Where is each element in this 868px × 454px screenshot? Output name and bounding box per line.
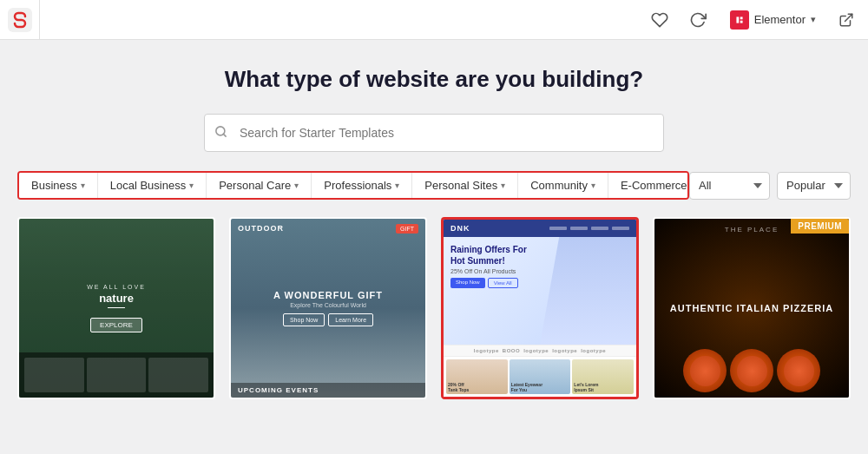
card-outdoor-title: A WONDERFUL GIFT [273, 290, 383, 300]
search-container [204, 114, 664, 152]
tab-local-business-label: Local Business [110, 179, 186, 192]
card-nature-text: WE ALL LOVE nature [87, 284, 146, 311]
s-logo [8, 8, 32, 32]
card-dnk-logo: DNK [450, 224, 470, 233]
card-pizzeria-logo: THE PLACE [725, 226, 779, 234]
all-filter-select[interactable]: All Free Premium [689, 172, 770, 200]
tab-personal-sites-chevron-icon: ▾ [501, 181, 505, 190]
card-nature-cta: EXPLORE [90, 318, 142, 332]
card-pizzeria-content: AUTHENTIC ITALIAN PIZZERIA [670, 303, 833, 313]
tab-local-business[interactable]: Local Business ▾ [98, 173, 207, 198]
tab-personal-care[interactable]: Personal Care ▾ [207, 173, 312, 198]
search-input[interactable] [204, 114, 664, 152]
filter-bar: Business ▾ Local Business ▾ Personal Car… [17, 171, 851, 200]
templates-grid: WE ALL LOVE nature EXPLORE OUTDOOR [17, 217, 851, 399]
pizza-circle-2 [730, 349, 773, 392]
tab-personal-care-label: Personal Care [219, 179, 291, 192]
svg-line-6 [223, 134, 226, 136]
card-nature-bg: WE ALL LOVE nature EXPLORE [19, 219, 214, 398]
main-content: What type of website are you building? B… [0, 40, 868, 417]
card-dnk-hero: Raining Offers ForHot Summer! 25% Off On… [444, 237, 636, 345]
pizza-circle-3 [777, 349, 820, 392]
tab-professionals[interactable]: Professionals ▾ [312, 173, 412, 198]
card-nature-services [19, 352, 214, 398]
tab-personal-sites-label: Personal Sites [424, 179, 497, 192]
svg-rect-3 [740, 20, 742, 23]
filter-tabs: Business ▾ Local Business ▾ Personal Car… [17, 171, 689, 200]
card-outdoor-sub: Explore The Colourful World [290, 302, 366, 308]
elementor-button[interactable]: Elementor ▾ [723, 7, 823, 33]
filter-right: All Free Premium Popular Newest Oldest [689, 172, 851, 200]
card-pizzeria-title: AUTHENTIC ITALIAN PIZZERIA [670, 303, 833, 313]
elementor-label: Elementor [754, 13, 806, 26]
card-outdoor-label: GIFT [396, 224, 418, 234]
card-dnk-nav [549, 227, 629, 230]
svg-line-4 [845, 14, 852, 21]
card-dnk-bg: DNK Raining Offers ForHot Summer! 25% Of… [444, 220, 636, 397]
card-dnk-products: 20% OffTank Tops Latest EyewearFor You L… [444, 357, 636, 397]
elementor-badge [730, 10, 749, 30]
tab-community-chevron-icon: ▾ [591, 181, 595, 190]
tab-professionals-chevron-icon: ▾ [395, 181, 399, 190]
tab-business-label: Business [31, 179, 77, 192]
card-dnk-visual: DNK Raining Offers ForHot Summer! 25% Of… [444, 220, 636, 397]
card-nature-visual: WE ALL LOVE nature EXPLORE [19, 219, 214, 398]
elementor-chevron-icon: ▾ [811, 14, 816, 25]
card-dnk-header: DNK [444, 220, 636, 237]
external-link-button[interactable] [835, 9, 858, 31]
sort-filter-select[interactable]: Popular Newest Oldest [777, 172, 851, 200]
tab-e-commerce-label: E-Commerce [621, 179, 687, 192]
svg-rect-2 [740, 16, 742, 19]
topbar-right: Elementor ▾ [647, 7, 858, 33]
card-outdoor-btns: Shop Now Learn More [283, 313, 373, 326]
card-outdoor-events: UPCOMING EVENTS [231, 383, 425, 398]
template-card-nature[interactable]: WE ALL LOVE nature EXPLORE [17, 217, 215, 399]
pizza-circle-1 [683, 349, 727, 392]
card-dnk-hero-text: Raining Offers ForHot Summer! 25% Off On… [444, 237, 534, 345]
page-title: What type of website are you building? [225, 66, 643, 93]
card-dnk-model [540, 237, 636, 345]
template-card-outdoor-gift[interactable]: OUTDOOR GIFT A WONDERFUL GIFT Explore Th… [229, 217, 427, 399]
tab-local-business-chevron-icon: ▾ [189, 181, 194, 190]
tab-business-chevron-icon: ▾ [81, 181, 85, 190]
card-outdoor-bg: OUTDOOR GIFT A WONDERFUL GIFT Explore Th… [231, 219, 425, 398]
template-card-pizzeria[interactable]: THE PLACE AUTHENTIC ITALIAN PIZZERIA PRE… [653, 217, 851, 399]
tab-personal-sites[interactable]: Personal Sites ▾ [412, 173, 518, 198]
template-card-dnk[interactable]: DNK Raining Offers ForHot Summer! 25% Of… [441, 217, 639, 399]
refresh-button[interactable] [685, 7, 711, 33]
card-dnk-brands: logotype BOOO logotype logotype logotype [444, 345, 636, 357]
card-outdoor-logo: OUTDOOR [238, 224, 284, 233]
card-pizzeria-visual: THE PLACE AUTHENTIC ITALIAN PIZZERIA [654, 219, 849, 398]
search-icon [214, 125, 227, 141]
tab-personal-care-chevron-icon: ▾ [294, 181, 299, 190]
tab-business[interactable]: Business ▾ [19, 173, 98, 198]
tab-professionals-label: Professionals [324, 179, 391, 192]
card-pizzeria-items [654, 344, 849, 398]
card-dnk-product-3: Let's LoremIpsum Sit [572, 359, 634, 394]
svg-rect-1 [736, 16, 739, 23]
card-outdoor-visual: OUTDOOR GIFT A WONDERFUL GIFT Explore Th… [231, 219, 425, 398]
heart-button[interactable] [647, 7, 673, 33]
card-dnk-discount: 25% Off On All Products [450, 268, 527, 274]
card-dnk-offer: Raining Offers ForHot Summer! [450, 244, 527, 266]
card-dnk-product-1: 20% OffTank Tops [446, 359, 508, 394]
topbar: Elementor ▾ [0, 0, 868, 40]
tab-community[interactable]: Community ▾ [518, 173, 608, 198]
tab-e-commerce[interactable]: E-Commerce ▾ [608, 173, 689, 198]
tab-community-label: Community [530, 179, 588, 192]
card-dnk-product-2: Latest EyewearFor You [510, 359, 571, 394]
logo-area [0, 0, 40, 40]
card-pizzeria-bg: THE PLACE AUTHENTIC ITALIAN PIZZERIA [654, 219, 849, 398]
card-dnk-hero-btns: Shop Now View All [450, 278, 527, 288]
premium-badge: PREMIUM [791, 219, 849, 234]
